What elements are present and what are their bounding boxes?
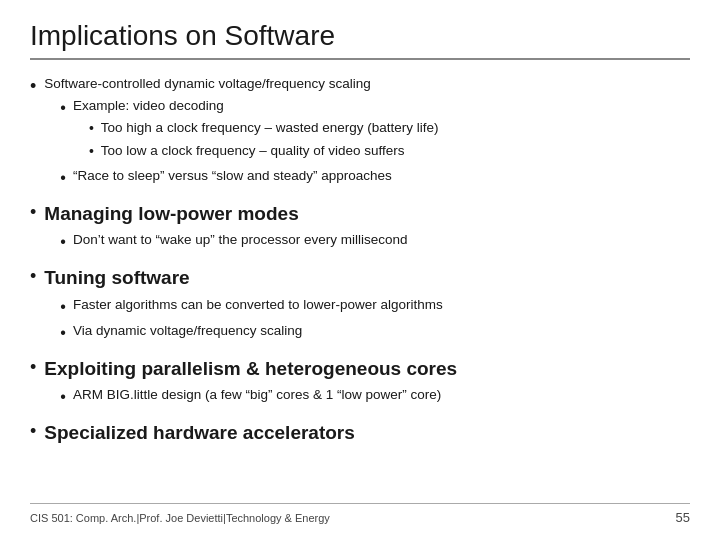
bullet-marker-s2-1: •	[60, 230, 66, 254]
slide-title: Implications on Software	[30, 20, 690, 60]
sub-list-s1: • Example: video decoding • Too high a c…	[60, 96, 438, 189]
bullet-s2-1: • Don’t want to “wake up” the processor …	[60, 230, 407, 254]
bullet-s1-1: • Example: video decoding • Too high a c…	[60, 96, 438, 163]
bullet-s2-1-text: Don’t want to “wake up” the processor ev…	[73, 230, 408, 250]
bullet-s5: • Specialized hardware accelerators	[30, 419, 690, 448]
sub-list-s2: • Don’t want to “wake up” the processor …	[60, 230, 407, 254]
bullet-s1-1-2-text: Too low a clock frequency – quality of v…	[101, 141, 405, 161]
bullet-s1-1-text: Example: video decoding	[73, 98, 224, 113]
bullet-s3-1-text: Faster algorithms can be converted to lo…	[73, 295, 443, 315]
bullet-marker-s1: •	[30, 75, 36, 98]
bullet-marker-s5: •	[30, 420, 36, 443]
bullet-marker-s4-1: •	[60, 385, 66, 409]
sub-list-s3: • Faster algorithms can be converted to …	[60, 295, 443, 345]
footer-left: CIS 501: Comp. Arch.	[30, 512, 136, 524]
bullet-marker-s4: •	[30, 356, 36, 379]
bullet-s5-text: Specialized hardware accelerators	[44, 419, 355, 448]
bullet-marker-s3: •	[30, 265, 36, 288]
bullet-marker-s1-1-2: •	[89, 141, 94, 162]
bullet-s1-text: Software-controlled dynamic voltage/freq…	[44, 76, 370, 91]
bullet-marker-s3-1: •	[60, 295, 66, 319]
slide-footer: CIS 501: Comp. Arch. | Prof. Joe Deviett…	[30, 503, 690, 525]
bullet-marker-s1-1-1: •	[89, 118, 94, 139]
slide-content: • Software-controlled dynamic voltage/fr…	[30, 74, 690, 503]
bullet-s4: • Exploiting parallelism & heterogeneous…	[30, 355, 690, 412]
bullet-s1-1-1: • Too high a clock frequency – wasted en…	[89, 118, 439, 139]
bullet-s1-2: • “Race to sleep” versus “slow and stead…	[60, 166, 438, 190]
bullet-s1: • Software-controlled dynamic voltage/fr…	[30, 74, 690, 192]
bullet-s2: • Managing low-power modes • Don’t want …	[30, 200, 690, 257]
footer-center: Prof. Joe Devietti	[139, 512, 223, 524]
bullet-s4-1: • ARM BIG.little design (a few “big” cor…	[60, 385, 457, 409]
sub-list-s4: • ARM BIG.little design (a few “big” cor…	[60, 385, 457, 409]
bullet-s3-1: • Faster algorithms can be converted to …	[60, 295, 443, 319]
bullet-marker-s1-1: •	[60, 96, 66, 120]
bullet-s3: • Tuning software • Faster algorithms ca…	[30, 264, 690, 347]
bullet-s4-1-text: ARM BIG.little design (a few “big” cores…	[73, 385, 441, 405]
bullet-s2-text: Managing low-power modes	[44, 203, 298, 224]
bullet-s1-2-text: “Race to sleep” versus “slow and steady”…	[73, 166, 392, 186]
bullet-s3-2-text: Via dynamic voltage/frequency scaling	[73, 321, 302, 341]
bullet-marker-s3-2: •	[60, 321, 66, 345]
bullet-s4-text: Exploiting parallelism & heterogeneous c…	[44, 358, 457, 379]
bullet-s3-text: Tuning software	[44, 267, 189, 288]
slide: Implications on Software • Software-cont…	[0, 0, 720, 540]
footer-page: 55	[676, 510, 690, 525]
bullet-s1-1-2: • Too low a clock frequency – quality of…	[89, 141, 439, 162]
bullet-s1-1-1-text: Too high a clock frequency – wasted ener…	[101, 118, 439, 138]
bullet-marker-s1-2: •	[60, 166, 66, 190]
bullet-s3-2: • Via dynamic voltage/frequency scaling	[60, 321, 443, 345]
bullet-marker-s2: •	[30, 201, 36, 224]
footer-right-label: Technology & Energy	[226, 512, 330, 524]
sub-sub-list-s1-1: • Too high a clock frequency – wasted en…	[89, 118, 439, 162]
